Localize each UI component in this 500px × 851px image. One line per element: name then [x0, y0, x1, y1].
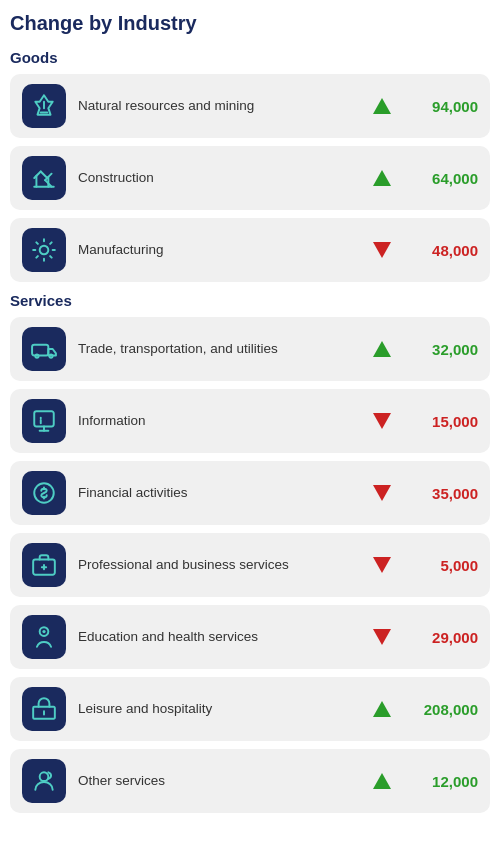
industry-name-education: Education and health services: [78, 628, 354, 646]
education-icon: [22, 615, 66, 659]
industry-row-other: Other services12,000: [10, 749, 490, 813]
industry-row-education: Education and health services29,000: [10, 605, 490, 669]
svg-point-9: [40, 246, 49, 255]
industry-value-education: 29,000: [410, 629, 478, 646]
arrow-natural-resources: [366, 98, 398, 114]
industry-value-manufacturing: 48,000: [410, 242, 478, 259]
arrow-professional: [366, 557, 398, 573]
arrow-trade-transportation: [366, 341, 398, 357]
section-label-0: Goods: [10, 49, 490, 66]
industry-row-natural-resources: Natural resources and mining94,000: [10, 74, 490, 138]
arrow-financial: [366, 485, 398, 501]
arrow-education: [366, 629, 398, 645]
mining-icon: [22, 84, 66, 128]
industry-name-construction: Construction: [78, 169, 354, 187]
svg-point-26: [40, 772, 49, 781]
svg-point-23: [42, 630, 45, 633]
industry-name-other: Other services: [78, 772, 354, 790]
industry-list-0: Natural resources and mining94,000 Const…: [10, 74, 490, 282]
industry-row-construction: Construction64,000: [10, 146, 490, 210]
leisure-icon: [22, 687, 66, 731]
industry-value-trade-transportation: 32,000: [410, 341, 478, 358]
construction-icon: [22, 156, 66, 200]
svg-line-2: [34, 172, 41, 179]
industry-name-natural-resources: Natural resources and mining: [78, 97, 354, 115]
arrow-leisure: [366, 701, 398, 717]
arrow-construction: [366, 170, 398, 186]
industry-list-1: Trade, transportation, and utilities32,0…: [10, 317, 490, 813]
industry-row-leisure: Leisure and hospitality208,000: [10, 677, 490, 741]
transport-icon: [22, 327, 66, 371]
industry-name-information: Information: [78, 412, 354, 430]
financial-icon: [22, 471, 66, 515]
page-title: Change by Industry: [10, 12, 490, 35]
arrow-manufacturing: [366, 242, 398, 258]
arrow-information: [366, 413, 398, 429]
industry-name-professional: Professional and business services: [78, 556, 354, 574]
information-icon: [22, 399, 66, 443]
industry-value-information: 15,000: [410, 413, 478, 430]
svg-line-3: [41, 172, 48, 179]
professional-icon: [22, 543, 66, 587]
industry-name-manufacturing: Manufacturing: [78, 241, 354, 259]
arrow-other: [366, 773, 398, 789]
industry-value-leisure: 208,000: [410, 701, 478, 718]
industry-value-construction: 64,000: [410, 170, 478, 187]
industry-name-leisure: Leisure and hospitality: [78, 700, 354, 718]
industry-name-trade-transportation: Trade, transportation, and utilities: [78, 340, 354, 358]
industry-value-natural-resources: 94,000: [410, 98, 478, 115]
section-goods: Goods Natural resources and mining94,000…: [10, 49, 490, 282]
industry-row-financial: Financial activities35,000: [10, 461, 490, 525]
industry-name-financial: Financial activities: [78, 484, 354, 502]
industry-row-information: Information15,000: [10, 389, 490, 453]
industry-row-professional: Professional and business services5,000: [10, 533, 490, 597]
section-services: Services Trade, transportation, and util…: [10, 292, 490, 813]
industry-value-other: 12,000: [410, 773, 478, 790]
industry-value-financial: 35,000: [410, 485, 478, 502]
industry-row-trade-transportation: Trade, transportation, and utilities32,0…: [10, 317, 490, 381]
other-icon: [22, 759, 66, 803]
manufacturing-icon: [22, 228, 66, 272]
section-label-1: Services: [10, 292, 490, 309]
svg-rect-10: [32, 345, 48, 356]
industry-value-professional: 5,000: [410, 557, 478, 574]
svg-rect-13: [34, 411, 54, 426]
industry-row-manufacturing: Manufacturing48,000: [10, 218, 490, 282]
